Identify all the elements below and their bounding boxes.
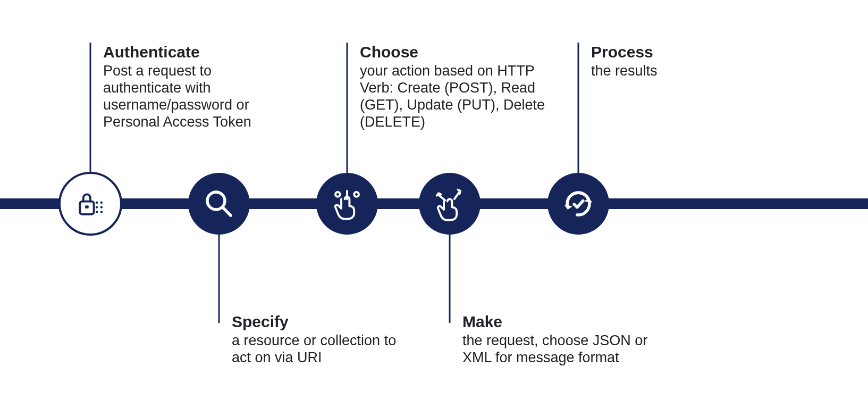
step-body-choose: your action based on HTTPVerb: Create (P… bbox=[360, 63, 545, 130]
svg-point-12 bbox=[60, 173, 121, 235]
step-node-make bbox=[419, 173, 481, 235]
step-node-authenticate bbox=[60, 173, 121, 235]
svg-point-16 bbox=[547, 173, 609, 235]
step-body-specify: a resource or collection toact on via UR… bbox=[232, 332, 396, 365]
step-title-authenticate: Authenticate bbox=[103, 43, 200, 61]
step-node-choose bbox=[316, 173, 378, 235]
step-body-process: the results bbox=[591, 63, 658, 79]
svg-point-15 bbox=[419, 173, 481, 235]
step-node-process bbox=[547, 173, 609, 235]
step-title-process: Process bbox=[591, 43, 653, 61]
svg-point-14 bbox=[316, 173, 378, 235]
step-title-choose: Choose bbox=[360, 43, 418, 61]
svg-point-13 bbox=[188, 173, 250, 235]
step-body-authenticate: Post a request toauthenticate withuserna… bbox=[103, 63, 251, 130]
step-body-make: the request, choose JSON orXML for messa… bbox=[462, 332, 647, 365]
step-node-specify bbox=[188, 173, 250, 235]
step-title-make: Make bbox=[462, 313, 502, 330]
step-title-specify: Specify bbox=[232, 313, 289, 330]
